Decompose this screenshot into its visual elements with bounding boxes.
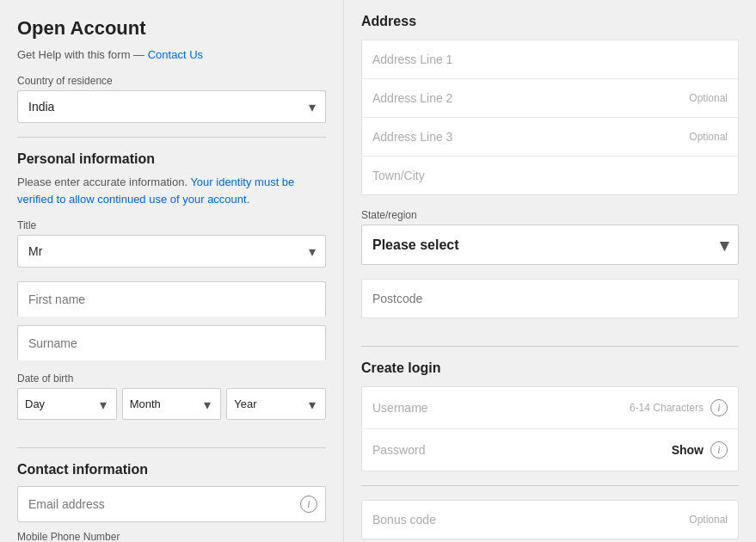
username-info-icon: i bbox=[710, 399, 728, 416]
month-select-wrapper: Month ▾ bbox=[122, 388, 222, 420]
personal-info-title: Personal information bbox=[17, 151, 326, 167]
address-line1-field[interactable]: Address Line 1 bbox=[362, 40, 738, 79]
year-select-wrapper: Year ▾ bbox=[226, 388, 326, 420]
personal-desc-plain: Please enter accurate information. bbox=[17, 176, 187, 188]
address-line3-label: Address Line 3 bbox=[372, 130, 452, 144]
username-field[interactable]: Username 6-14 Characters i bbox=[362, 387, 738, 429]
country-label: Country of residence bbox=[17, 75, 326, 87]
username-chars-hint: 6-14 Characters bbox=[630, 402, 704, 414]
email-info-icon: i bbox=[300, 496, 317, 513]
create-login-title: Create login bbox=[361, 360, 739, 376]
country-select-wrapper: India ▾ bbox=[17, 90, 326, 123]
year-select[interactable]: Year bbox=[226, 388, 326, 420]
town-city-field[interactable]: Town/City bbox=[362, 157, 738, 194]
country-select[interactable]: India bbox=[17, 90, 326, 123]
address-line2-field[interactable]: Address Line 2 Optional bbox=[362, 79, 738, 118]
page-title: Open Account bbox=[17, 17, 326, 40]
address-block: Address Line 1 Address Line 2 Optional A… bbox=[361, 40, 739, 195]
bonus-field[interactable]: Bonus code Optional bbox=[361, 500, 739, 539]
day-select-wrapper: Day ▾ bbox=[17, 388, 117, 420]
address-line3-optional: Optional bbox=[689, 131, 728, 143]
address-line3-field[interactable]: Address Line 3 Optional bbox=[362, 118, 738, 157]
divider-1 bbox=[17, 137, 326, 138]
bonus-label: Bonus code bbox=[372, 513, 436, 527]
address-title: Address bbox=[361, 14, 739, 29]
email-input[interactable] bbox=[17, 486, 326, 522]
password-right: Show i bbox=[672, 441, 728, 459]
mobile-label: Mobile Phone Number bbox=[17, 531, 326, 542]
day-select[interactable]: Day bbox=[17, 388, 117, 420]
dob-row: Day ▾ Month ▾ Year ▾ bbox=[17, 388, 326, 434]
state-select[interactable]: Please select bbox=[361, 225, 739, 265]
help-prefix: Get Help with this form — bbox=[17, 48, 144, 61]
email-row: i bbox=[17, 486, 326, 522]
divider-2 bbox=[17, 447, 326, 448]
state-label: State/region bbox=[361, 209, 739, 221]
contact-section: Contact information i Mobile Phone Numbe… bbox=[17, 462, 326, 542]
personal-info-desc: Please enter accurate information. Your … bbox=[17, 174, 326, 207]
contact-title: Contact information bbox=[17, 462, 326, 477]
password-show-button[interactable]: Show bbox=[672, 443, 704, 457]
password-label: Password bbox=[372, 443, 672, 457]
title-label: Title bbox=[17, 219, 326, 231]
address-line2-optional: Optional bbox=[689, 92, 728, 104]
address-line1-label: Address Line 1 bbox=[372, 52, 452, 66]
first-name-input[interactable] bbox=[17, 281, 326, 317]
first-name-row bbox=[17, 281, 326, 317]
password-field[interactable]: Password Show i bbox=[362, 429, 738, 471]
state-select-wrapper: Please select ▾ bbox=[361, 225, 739, 265]
username-right: 6-14 Characters i bbox=[630, 399, 728, 416]
surname-row bbox=[17, 325, 326, 360]
title-select[interactable]: Mr bbox=[17, 235, 326, 268]
contact-us-link[interactable]: Contact Us bbox=[148, 48, 203, 61]
password-info-icon: i bbox=[710, 441, 728, 459]
dob-label: Date of birth bbox=[17, 373, 326, 385]
title-select-wrapper: Mr ▾ bbox=[17, 235, 326, 268]
postcode-input[interactable] bbox=[361, 279, 739, 318]
address-line2-label: Address Line 2 bbox=[372, 91, 452, 105]
divider-4 bbox=[361, 485, 739, 486]
surname-input[interactable] bbox=[17, 325, 326, 360]
name-fields bbox=[17, 281, 326, 360]
town-city-label: Town/City bbox=[372, 169, 425, 182]
divider-3 bbox=[361, 346, 739, 347]
month-select[interactable]: Month bbox=[122, 388, 222, 420]
help-text: Get Help with this form — Contact Us bbox=[17, 48, 326, 61]
dob-section: Date of birth Day ▾ Month ▾ Year bbox=[17, 373, 326, 434]
state-section: State/region Please select ▾ bbox=[361, 209, 739, 265]
bonus-optional: Optional bbox=[689, 514, 728, 526]
create-login-block: Username 6-14 Characters i Password Show… bbox=[361, 386, 739, 471]
username-label: Username bbox=[372, 401, 630, 415]
